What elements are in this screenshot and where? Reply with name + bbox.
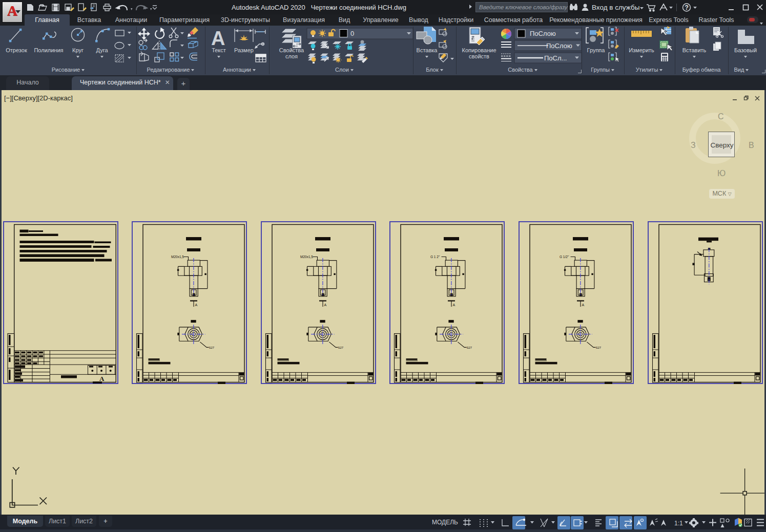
svg-text:0: 0 (350, 30, 354, 37)
svg-text:ПоСлою: ПоСлою (546, 42, 572, 50)
svg-text:ПоСлою: ПоСлою (530, 30, 556, 37)
svg-text:M20x1,5: M20x1,5 (300, 255, 313, 259)
svg-text:M20x1,5: M20x1,5 (171, 255, 184, 259)
svg-text:1:1: 1:1 (674, 520, 683, 527)
svg-text:A: A (211, 28, 225, 49)
svg-text:G 1 2": G 1 2" (430, 255, 440, 259)
svg-text:A: A (99, 375, 105, 382)
svg-text:?: ? (685, 4, 689, 11)
svg-text:ПоСл...: ПоСл... (544, 54, 567, 62)
svg-text:Вход в службы: Вход в службы (592, 4, 639, 11)
svg-text:G 1/2": G 1/2" (560, 255, 569, 259)
